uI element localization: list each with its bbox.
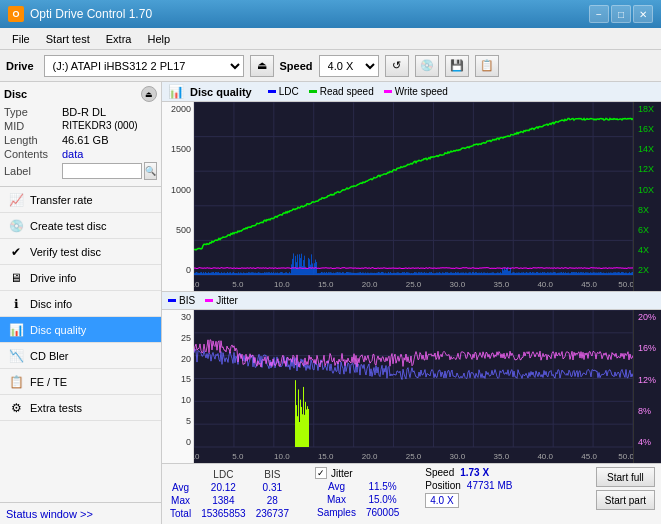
disc-button[interactable]: 💿	[415, 55, 439, 77]
legend-read-speed: Read speed	[309, 86, 374, 97]
extra-icon: ⚙	[8, 400, 24, 416]
disc-quality-icon: 📊	[8, 322, 24, 338]
ldc-color	[268, 90, 276, 93]
nav-transfer-rate[interactable]: 📈 Transfer rate	[0, 187, 161, 213]
menu-start-test[interactable]: Start test	[38, 31, 98, 47]
stats-max-row: Max 1384 28	[170, 495, 297, 506]
nav-verify-test-disc[interactable]: ✔ Verify test disc	[0, 239, 161, 265]
jitter-table: Avg 11.5% Max 15.0% Samples 760005	[315, 479, 409, 520]
chart2-canvas-area	[194, 310, 633, 463]
jitter-header-row: ✓ Jitter	[315, 467, 409, 479]
nav-create-test-disc[interactable]: 💿 Create test disc	[0, 213, 161, 239]
label-input[interactable]	[62, 163, 142, 179]
chart1-canvas-area	[194, 102, 633, 291]
chart-title: Disc quality	[190, 86, 252, 98]
right-panel: 📊 Disc quality LDC Read speed Write spee…	[162, 82, 661, 524]
minimize-button[interactable]: −	[589, 5, 609, 23]
disc-length-row: Length 46.61 GB	[4, 134, 157, 146]
disc-type-value: BD-R DL	[62, 106, 106, 118]
title-bar: O Opti Drive Control 1.70 − □ ✕	[0, 0, 661, 28]
app-title: Opti Drive Control 1.70	[30, 7, 152, 21]
write-speed-color	[384, 90, 392, 93]
speed-value: 1.73 X	[460, 467, 489, 478]
close-button[interactable]: ✕	[633, 5, 653, 23]
left-panel: Disc ⏏ Type BD-R DL MID RITEKDR3 (000) L…	[0, 82, 162, 524]
nav-fe-te[interactable]: 📋 FE / TE	[0, 369, 161, 395]
speed-label: Speed	[280, 60, 313, 72]
chart1-panel: 2000 1500 1000 500 0 18X 16X 14X	[162, 102, 661, 292]
chart2-body: 30 25 20 15 10 5 0 20% 16	[162, 310, 661, 463]
chart1-body: 2000 1500 1000 500 0 18X 16X 14X	[162, 102, 661, 291]
toolbar: Drive (J:) ATAPI iHBS312 2 PL17 ⏏ Speed …	[0, 50, 661, 82]
main-area: Disc ⏏ Type BD-R DL MID RITEKDR3 (000) L…	[0, 82, 661, 524]
speed-box: 4.0 X	[425, 493, 458, 508]
disc-section-title: Disc	[4, 88, 27, 100]
start-buttons: Start full Start part	[596, 467, 655, 510]
menu-bar: File Start test Extra Help	[0, 28, 661, 50]
verify-icon: ✔	[8, 244, 24, 260]
stats-table: LDC BIS Avg 20.12 0.31 Max 1384 28 Total…	[168, 467, 299, 521]
fe-te-icon: 📋	[8, 374, 24, 390]
label-search-button[interactable]: 🔍	[144, 162, 157, 180]
legend-ldc: LDC	[268, 86, 299, 97]
cd-bler-icon: 📉	[8, 348, 24, 364]
legend-jitter: Jitter	[205, 295, 238, 306]
legend-bis: BIS	[168, 295, 195, 306]
stats-total-row: Total 15365853 236737	[170, 508, 297, 519]
nav-disc-info[interactable]: ℹ Disc info	[0, 291, 161, 317]
chart2-y-axis-left: 30 25 20 15 10 5 0	[162, 310, 194, 463]
nav-drive-info[interactable]: 🖥 Drive info	[0, 265, 161, 291]
nav-cd-bler[interactable]: 📉 CD Bler	[0, 343, 161, 369]
disc-contents-value: data	[62, 148, 83, 160]
menu-extra[interactable]: Extra	[98, 31, 140, 47]
disc-length-value: 46.61 GB	[62, 134, 108, 146]
charts-container: 2000 1500 1000 500 0 18X 16X 14X	[162, 102, 661, 463]
start-part-button[interactable]: Start part	[596, 490, 655, 510]
disc-section: Disc ⏏ Type BD-R DL MID RITEKDR3 (000) L…	[0, 82, 161, 187]
nav-disc-quality[interactable]: 📊 Disc quality	[0, 317, 161, 343]
disc-eject-icon[interactable]: ⏏	[141, 86, 157, 102]
speed-info-section: Speed 1.73 X Position 47731 MB 4.0 X	[425, 467, 512, 508]
chart-header-icon: 📊	[168, 84, 184, 99]
drive-info-icon: 🖥	[8, 270, 24, 286]
menu-file[interactable]: File	[4, 31, 38, 47]
maximize-button[interactable]: □	[611, 5, 631, 23]
speed-select[interactable]: 4.0 X	[319, 55, 379, 77]
chart-header: 📊 Disc quality LDC Read speed Write spee…	[162, 82, 661, 102]
chart1-y-axis-left: 2000 1500 1000 500 0	[162, 102, 194, 291]
disc-mid-row: MID RITEKDR3 (000)	[4, 120, 157, 132]
drive-select[interactable]: (J:) ATAPI iHBS312 2 PL17	[44, 55, 244, 77]
chart2-y-axis-right: 20% 16% 12% 8% 4%	[633, 310, 661, 463]
start-full-button[interactable]: Start full	[596, 467, 655, 487]
create-disc-icon: 💿	[8, 218, 24, 234]
window-controls: − □ ✕	[589, 5, 653, 23]
drive-label: Drive	[6, 60, 34, 72]
status-window-button[interactable]: Status window >>	[0, 502, 161, 524]
save-button[interactable]: 💾	[445, 55, 469, 77]
jitter-section: ✓ Jitter Avg 11.5% Max 15.0% Samples 760…	[315, 467, 409, 520]
disc-mid-value: RITEKDR3 (000)	[62, 120, 138, 132]
read-speed-color	[309, 90, 317, 93]
disc-contents-row: Contents data	[4, 148, 157, 160]
chart2-legend: BIS Jitter	[162, 292, 661, 310]
disc-label-row: Label 🔍	[4, 162, 157, 180]
clipboard-button[interactable]: 📋	[475, 55, 499, 77]
chart1-canvas	[194, 102, 633, 291]
chart2-canvas	[194, 310, 633, 463]
eject-button[interactable]: ⏏	[250, 55, 274, 77]
stats-avg-row: Avg 20.12 0.31	[170, 482, 297, 493]
position-value: 47731 MB	[467, 480, 513, 491]
app-icon: O	[8, 6, 24, 22]
nav-extra-tests[interactable]: ⚙ Extra tests	[0, 395, 161, 421]
disc-type-row: Type BD-R DL	[4, 106, 157, 118]
legend-write-speed: Write speed	[384, 86, 448, 97]
nav-items: 📈 Transfer rate 💿 Create test disc ✔ Ver…	[0, 187, 161, 502]
chart1-y-axis-right: 18X 16X 14X 12X 10X 8X 6X 4X 2X	[633, 102, 661, 291]
refresh-button[interactable]: ↺	[385, 55, 409, 77]
transfer-rate-icon: 📈	[8, 192, 24, 208]
chart2-panel: BIS Jitter 30 25 20 15 10 5	[162, 292, 661, 463]
stats-header-row: LDC BIS	[170, 469, 297, 480]
menu-help[interactable]: Help	[139, 31, 178, 47]
jitter-checkbox[interactable]: ✓	[315, 467, 327, 479]
stats-area: LDC BIS Avg 20.12 0.31 Max 1384 28 Total…	[162, 463, 661, 524]
